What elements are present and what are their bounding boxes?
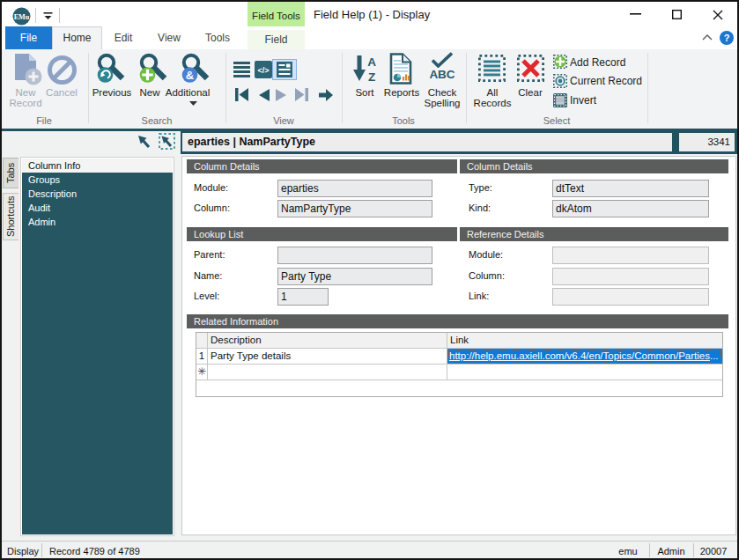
- svg-text:A: A: [367, 55, 376, 69]
- svg-text:Z: Z: [368, 70, 375, 83]
- svg-text:</>: </>: [257, 66, 269, 75]
- svg-text:?: ?: [724, 33, 730, 43]
- svg-text:EMu: EMu: [14, 13, 30, 21]
- svg-text:&: &: [186, 69, 194, 82]
